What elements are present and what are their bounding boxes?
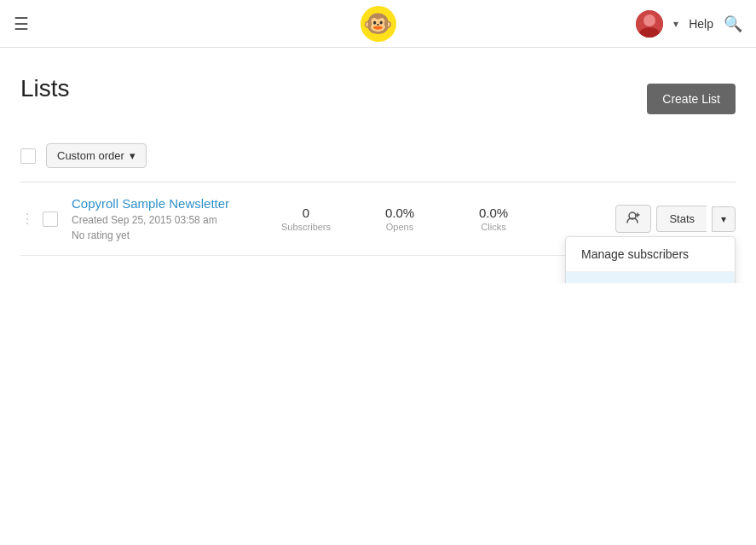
clicks-value: 0.0% [447, 206, 540, 220]
list-created-meta: Created Sep 25, 2015 03:58 am [72, 214, 259, 226]
dropdown-menu: Manage subscribersSignup formsSettingsIm… [565, 236, 736, 283]
opens-label: Opens [353, 222, 447, 232]
list-info: Copyroll Sample Newsletter Created Sep 2… [72, 196, 259, 241]
list-item-checkbox[interactable] [43, 212, 58, 227]
list-item: ⋮ Copyroll Sample Newsletter Created Sep… [20, 183, 736, 256]
hamburger-icon[interactable]: ☰ [14, 14, 29, 34]
list-rating-meta: No rating yet [72, 229, 259, 241]
dropdown-item-manage-subscribers[interactable]: Manage subscribers [566, 237, 735, 272]
list-actions: Stats ▾ Manage subscribersSignup formsSe… [615, 205, 736, 233]
subscribers-label: Subscribers [259, 222, 353, 232]
select-all-checkbox[interactable] [20, 148, 36, 164]
opens-stat: 0.0% Opens [353, 206, 447, 232]
user-avatar[interactable] [636, 10, 663, 38]
sort-dropdown[interactable]: Custom order ▾ [46, 143, 147, 168]
stats-button[interactable]: Stats [656, 206, 707, 232]
page-content: Lists Create List Custom order ▾ ⋮ Copyr… [0, 48, 756, 283]
sort-chevron-icon: ▾ [130, 149, 136, 162]
search-icon[interactable]: 🔍 [724, 14, 742, 33]
chimp-icon: 🐵 [363, 9, 393, 38]
toolbar: Custom order ▾ [20, 143, 736, 168]
drag-handle-icon[interactable]: ⋮ [20, 211, 34, 227]
top-navigation: ☰ 🐵 ▾ Help 🔍 [0, 0, 756, 48]
create-list-button[interactable]: Create List [647, 84, 736, 114]
subscribers-stat: 0 Subscribers [259, 206, 353, 232]
svg-point-1 [643, 14, 655, 26]
dropdown-toggle-button[interactable]: ▾ [712, 206, 736, 232]
subscribers-value: 0 [259, 206, 353, 220]
add-subscriber-button[interactable] [615, 205, 651, 233]
clicks-label: Clicks [447, 222, 540, 232]
sort-label: Custom order [57, 149, 124, 162]
opens-value: 0.0% [353, 206, 447, 220]
clicks-stat: 0.0% Clicks [447, 206, 540, 232]
nav-right: ▾ Help 🔍 [636, 10, 742, 38]
add-subscriber-icon [626, 212, 640, 226]
freddie-logo: 🐵 [361, 6, 396, 42]
nav-center: 🐵 [361, 6, 396, 42]
user-menu-chevron-icon[interactable]: ▾ [673, 18, 678, 30]
list-name-link[interactable]: Copyroll Sample Newsletter [72, 196, 229, 211]
nav-left: ☰ [14, 14, 29, 34]
page-title: Lists [20, 75, 70, 102]
dropdown-item-signup-forms[interactable]: Signup forms [566, 272, 735, 283]
help-link[interactable]: Help [689, 17, 713, 31]
page-header: Lists Create List [20, 75, 736, 123]
